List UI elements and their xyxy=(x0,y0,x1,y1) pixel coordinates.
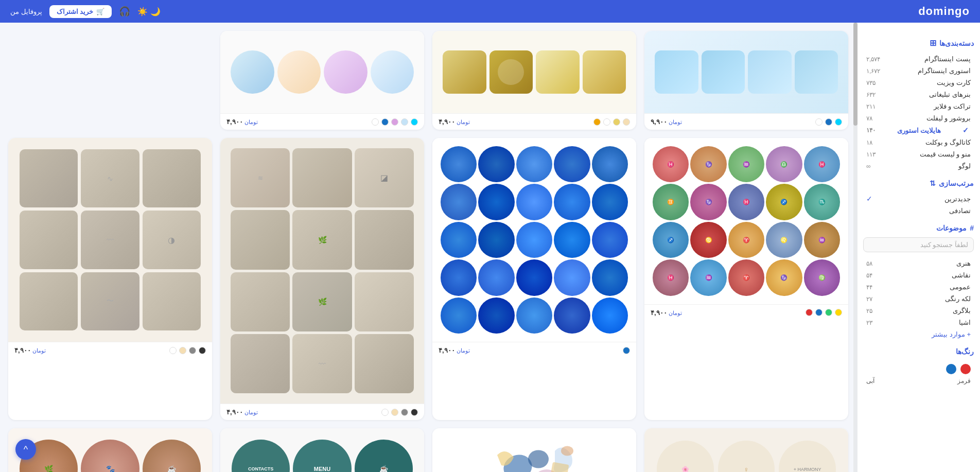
category-count: ۷۳۵ xyxy=(866,79,876,86)
watercolor-svg xyxy=(439,434,630,472)
product-footer-2: تومان ۴,۹۰۰ xyxy=(432,113,636,130)
topic-label: اشیا xyxy=(959,319,971,326)
category-count: ۱۴۰ xyxy=(866,127,876,134)
product-image-pastel xyxy=(220,31,424,113)
sidebar-category-item[interactable]: بنرهای تبلیغاتی۶۳۲ xyxy=(863,89,974,100)
sidebar-sort-item[interactable]: جدیدترین✓ xyxy=(863,193,974,205)
category-count: ۷۸ xyxy=(866,115,872,122)
topic-label: نقاشی xyxy=(952,271,971,279)
sidebar-category-item[interactable]: ✓هایلایت استوری۱۴۰ xyxy=(863,124,974,136)
chevron-up-icon: ^ xyxy=(24,444,28,455)
categories-list: پست اینستاگرام۲,۵۷۴استوری اینستاگرام۱,۶۷… xyxy=(863,53,974,172)
scroll-track xyxy=(853,23,857,472)
product-card-zodiac[interactable]: ♓ ♎ ♒ ♑ ♓ ♏ ♐ ♓ ♑ ♊ ♒ ♌ ♈ ♋ ♐ xyxy=(644,138,848,420)
cart-icon: 🛒 xyxy=(96,8,104,15)
sidebar-category-item[interactable]: پست اینستاگرام۲,۵۷۴ xyxy=(863,53,974,65)
product-image-ice xyxy=(644,31,848,113)
category-label: تراکت و فلایر xyxy=(934,102,971,110)
product-image-warm-beige: ∿ ◑ 〰 〜 xyxy=(8,138,212,342)
sidebar-category-item[interactable]: استوری اینستاگرام۱,۶۷۲ xyxy=(863,65,974,77)
product-image-harmony: HARMONY + ♀ 🌸 🦋 🌿 🌺 xyxy=(644,428,848,472)
product-card-restaurant[interactable]: ☕ MENU CONTACTS 🌸 🍰 🍽️ REVIEW ❤️ 🌷 🌿 xyxy=(220,428,424,472)
topic-count: ۲۷ xyxy=(866,295,872,303)
topic-count: ۲۵ xyxy=(866,307,872,314)
product-card-harmony[interactable]: HARMONY + ♀ 🌸 🦋 🌿 🌺 xyxy=(644,428,848,472)
product-card-3[interactable]: تومان ۴,۹۰۰ xyxy=(220,31,424,130)
scroll-up-button[interactable]: ^ xyxy=(15,439,36,460)
page-wrapper: دسته‌بندی‌ها ⊞ پست اینستاگرام۲,۵۷۴استوری… xyxy=(0,23,980,472)
product-card-warm-beige[interactable]: ∿ ◑ 〰 〜 xyxy=(8,138,212,420)
category-label: منو و لیست قیمت xyxy=(920,150,971,158)
product-card-beige[interactable]: ◪ ≋ 🌿 🌿 〰 xyxy=(220,138,424,420)
sidebar-topic-item[interactable]: اشیا۲۳ xyxy=(863,317,974,328)
category-count: ۱۱۳ xyxy=(866,151,876,158)
topics-search-input[interactable] xyxy=(863,237,974,252)
sort-label: جدیدترین xyxy=(944,195,971,203)
topic-count: ۵۴ xyxy=(866,272,872,279)
product-footer-1: تومان ۹,۹۰۰ xyxy=(644,113,848,130)
topic-label: لکه رنگی xyxy=(945,295,971,303)
buy-subscription-button[interactable]: 🛒 خرید اشتراک xyxy=(49,5,112,18)
topics-title: # موضوعات xyxy=(863,224,974,232)
product-footer-3: تومان ۴,۹۰۰ xyxy=(220,113,424,130)
sidebar-sort-item[interactable]: تصادفی xyxy=(863,205,974,217)
color-red[interactable] xyxy=(960,364,971,374)
price-blue-dots: تومان ۴,۹۰۰ xyxy=(439,346,470,354)
category-label: هایلایت استوری xyxy=(897,127,941,134)
headphone-icon[interactable]: 🎧 xyxy=(119,6,130,17)
profile-link[interactable]: پروفایل من xyxy=(10,8,42,15)
more-topics-link[interactable]: + موارد بیشتر xyxy=(863,328,974,340)
category-count: ۱,۶۷۲ xyxy=(866,67,880,75)
category-label: بروشور و لیفلت xyxy=(926,114,971,122)
theme-toggle[interactable]: 🌙 ☀️ xyxy=(137,7,160,16)
sort-title: مرتب‌سازی ⇅ xyxy=(863,179,974,187)
color-swatches-2 xyxy=(593,118,630,126)
sidebar-category-item[interactable]: کارت ویزیت۷۳۵ xyxy=(863,77,974,89)
sidebar-topic-item[interactable]: هنری۵۸ xyxy=(863,257,974,269)
price-warm-beige: تومان ۴,۹۰۰ xyxy=(14,346,46,354)
sidebar-topic-item[interactable]: نقاشی۵۴ xyxy=(863,269,974,281)
topic-label: بلاگری xyxy=(953,307,971,314)
sidebar-category-item[interactable]: کاتالوگ و بوکلت۱۸ xyxy=(863,136,974,148)
svg-point-6 xyxy=(561,446,573,456)
sidebar-category-item[interactable]: بروشور و لیفلت۷۸ xyxy=(863,112,974,124)
product-card-coffee[interactable]: ☕ 🐾 🌿 ❤️ 🌺 🪴 ❤️ I love you 🪐 xyxy=(8,428,212,472)
scroll-thumb[interactable] xyxy=(853,23,857,126)
topic-label: عمومی xyxy=(950,283,971,291)
price-1: تومان ۹,۹۰۰ xyxy=(651,118,682,126)
color-swatches-blue-dots xyxy=(623,347,630,354)
product-card-1[interactable]: تومان ۹,۹۰۰ xyxy=(644,31,848,130)
sidebar-category-item[interactable]: منو و لیست قیمت۱۱۳ xyxy=(863,148,974,160)
sidebar-topic-item[interactable]: لکه رنگی۲۷ xyxy=(863,293,974,305)
categories-title: دسته‌بندی‌ها ⊞ xyxy=(863,38,974,48)
topic-count: ۲۳ xyxy=(866,319,872,326)
sidebar-topic-item[interactable]: بلاگری۲۵ xyxy=(863,305,974,317)
sidebar: دسته‌بندی‌ها ⊞ پست اینستاگرام۲,۵۷۴استوری… xyxy=(856,23,980,472)
color-swatches-warm-beige xyxy=(169,347,206,354)
sort-list: جدیدترین✓تصادفی xyxy=(863,193,974,217)
sidebar-category-item[interactable]: لوگو∞ xyxy=(863,160,974,172)
product-footer-warm-beige: تومان ۴,۹۰۰ xyxy=(8,342,212,358)
product-image-restaurant: ☕ MENU CONTACTS 🌸 🍰 🍽️ REVIEW ❤️ 🌷 🌿 xyxy=(220,428,424,472)
logo: domingo xyxy=(918,5,970,18)
product-image-watercolor xyxy=(432,428,636,472)
sidebar-category-item[interactable]: تراکت و فلایر۲۱۱ xyxy=(863,100,974,112)
product-card-watercolor[interactable]: تومان ۴,۹۰۰ xyxy=(432,428,636,472)
category-label: پست اینستاگرام xyxy=(924,55,971,63)
product-image-beige: ◪ ≋ 🌿 🌿 〰 xyxy=(220,138,424,404)
price-2: تومان ۴,۹۰۰ xyxy=(439,118,470,126)
color-blue[interactable] xyxy=(946,364,956,374)
category-label: لوگو xyxy=(958,162,971,170)
topic-label: هنری xyxy=(956,259,971,267)
category-count: ۲,۵۷۴ xyxy=(866,56,880,63)
topics-list: هنری۵۸نقاشی۵۴عمومی۴۴لکه رنگی۲۷بلاگری۲۵اش… xyxy=(863,257,974,328)
category-label: کارت ویزیت xyxy=(937,79,971,86)
product-card-blue-dots[interactable]: تومان ۴,۹۰۰ xyxy=(432,138,636,420)
product-image-blue-dots xyxy=(432,138,636,342)
price-zodiac: تومان ۴,۹۰۰ xyxy=(651,309,682,317)
product-image-gold xyxy=(432,31,636,113)
sidebar-topic-item[interactable]: عمومی۴۴ xyxy=(863,281,974,293)
category-label: بنرهای تبلیغاتی xyxy=(929,91,971,98)
hash-icon: # xyxy=(970,224,974,232)
product-card-2[interactable]: تومان ۴,۹۰۰ xyxy=(432,31,636,130)
